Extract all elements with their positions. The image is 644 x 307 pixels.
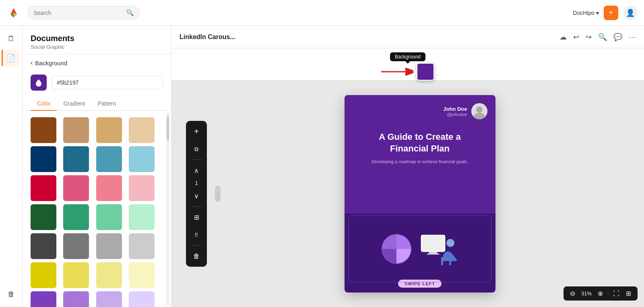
search-bar[interactable]: 🔍: [27, 6, 140, 19]
dochipo-dropdown[interactable]: DocHipo ▾: [573, 10, 599, 16]
color-cell-13[interactable]: [63, 204, 89, 230]
canvas-area: LinkedIn Carous... ☁ ↩ ↪ 🔍 💬 ⋯ Backgroun…: [171, 26, 644, 307]
search-icon: 🔍: [126, 9, 134, 17]
icon-sidebar: 🗒 📄 🗑: [0, 26, 23, 307]
panel-subtitle: Social Graphic: [31, 44, 163, 50]
toolbar-divider-3: [190, 245, 202, 246]
dashed-border: [349, 216, 491, 282]
card-title: A Guide to Create a Financial Plan: [353, 131, 487, 154]
color-cell-27[interactable]: [129, 291, 155, 307]
panel-title: Documents: [31, 34, 163, 43]
color-cell-4[interactable]: [31, 146, 56, 172]
card-user-info: John Doe @johndoe: [443, 106, 467, 117]
slide-up-button[interactable]: ∧: [188, 162, 204, 178]
canvas-top-bar: Background: [171, 48, 644, 81]
color-cell-2[interactable]: [96, 117, 122, 143]
toolbar-divider-1: [190, 160, 202, 160]
color-cell-0[interactable]: [31, 117, 56, 143]
grid-view-button[interactable]: ⊞: [188, 209, 204, 225]
zoom-out-button[interactable]: ⊖: [568, 289, 577, 298]
back-link-label: Background: [35, 60, 67, 66]
color-cell-24[interactable]: [31, 291, 56, 307]
copy-slide-button[interactable]: ⧉: [188, 141, 204, 157]
copy-icon: ⧉: [194, 146, 198, 153]
chevron-down-icon: ▾: [596, 10, 599, 16]
comment-icon[interactable]: 💬: [613, 33, 622, 41]
canvas-content: + ⧉ ∧ 1 ∨ ⊞ ⠿: [171, 81, 644, 307]
arrow-bg-row: [381, 63, 434, 81]
left-panel: Documents Social Graphic ‹ Background Co…: [23, 26, 171, 307]
tab-gradient[interactable]: Gradient: [57, 97, 91, 111]
scrollbar-thumb[interactable]: [167, 116, 169, 141]
panel-collapse-handle[interactable]: ‹: [215, 186, 221, 202]
sidebar-item-document[interactable]: 🗒: [3, 31, 19, 47]
tab-pattern[interactable]: Pattern: [91, 97, 122, 111]
color-cell-22[interactable]: [96, 262, 122, 288]
card-subtitle: Developing a roadmap to achieve financia…: [353, 159, 487, 164]
background-color-box[interactable]: [417, 63, 434, 81]
color-cell-14[interactable]: [96, 204, 122, 230]
zoom-bar: ⊖ 31% ⊕ ⛶ ⊞: [564, 286, 638, 301]
color-swatch[interactable]: [31, 75, 47, 91]
tab-color[interactable]: Color: [31, 97, 57, 111]
color-cell-18[interactable]: [96, 233, 122, 259]
color-grid: [31, 117, 158, 307]
color-grid-section: [23, 111, 171, 307]
search-canvas-icon[interactable]: 🔍: [598, 33, 607, 41]
color-cell-5[interactable]: [63, 146, 89, 172]
slide-down-button[interactable]: ∨: [188, 188, 204, 204]
color-cell-12[interactable]: [31, 204, 56, 230]
color-cell-10[interactable]: [96, 175, 122, 201]
color-cell-8[interactable]: [31, 175, 56, 201]
cloud-save-icon[interactable]: ☁: [559, 33, 567, 41]
color-cell-9[interactable]: [63, 175, 89, 201]
back-link[interactable]: ‹ Background: [23, 54, 171, 71]
color-cell-15[interactable]: [129, 204, 155, 230]
undo-icon[interactable]: ↩: [573, 33, 579, 41]
grid-zoom-button[interactable]: ⊞: [624, 289, 633, 298]
color-cell-26[interactable]: [96, 291, 122, 307]
dotgrid-icon: ⠿: [194, 232, 198, 238]
logo[interactable]: [6, 6, 21, 20]
dot-grid-button[interactable]: ⠿: [188, 227, 204, 243]
color-cell-21[interactable]: [63, 262, 89, 288]
toolbar-divider-2: [190, 206, 202, 207]
user-avatar[interactable]: 👤: [623, 6, 638, 20]
color-cell-11[interactable]: [129, 175, 155, 201]
card-user-handle: @johndoe: [443, 112, 467, 117]
sidebar-item-template[interactable]: 📄: [2, 50, 19, 66]
color-cell-1[interactable]: [63, 117, 89, 143]
bg-tooltip-group: Background: [390, 52, 425, 63]
color-cell-3[interactable]: [129, 117, 155, 143]
color-cell-7[interactable]: [129, 146, 155, 172]
fit-screen-button[interactable]: ⛶: [611, 289, 621, 298]
plus-button[interactable]: +: [604, 6, 618, 20]
card-user-row: John Doe @johndoe: [353, 103, 487, 119]
card-top: John Doe @johndoe: [345, 95, 495, 214]
color-cell-17[interactable]: [63, 233, 89, 259]
add-slide-button[interactable]: +: [188, 123, 204, 139]
color-cell-6[interactable]: [96, 146, 122, 172]
zoom-in-button[interactable]: ⊕: [596, 289, 605, 298]
hex-input[interactable]: [52, 76, 163, 89]
color-cell-16[interactable]: [31, 233, 56, 259]
color-cell-25[interactable]: [63, 291, 89, 307]
red-arrow-icon: [381, 66, 413, 78]
sidebar-item-trash[interactable]: 🗑: [3, 286, 19, 302]
scrollbar[interactable]: [166, 112, 169, 305]
color-cell-20[interactable]: [31, 262, 56, 288]
slide-number: 1: [195, 180, 198, 186]
card-avatar: [471, 103, 487, 119]
main-layout: 🗒 📄 🗑 Documents Social Graphic ‹ Backgro…: [0, 26, 644, 307]
color-cell-23[interactable]: [129, 262, 155, 288]
search-input[interactable]: [33, 10, 123, 16]
redo-icon[interactable]: ↪: [586, 33, 592, 41]
grid-icon: ⊞: [194, 214, 199, 221]
trash-icon: 🗑: [8, 290, 15, 299]
document-icon: 🗒: [8, 35, 15, 43]
dochipo-label: DocHipo: [573, 10, 594, 16]
color-cell-19[interactable]: [129, 233, 155, 259]
delete-slide-button[interactable]: 🗑: [188, 248, 204, 264]
more-options-icon[interactable]: ⋯: [629, 33, 636, 41]
panel-header: Documents Social Graphic: [23, 26, 171, 54]
